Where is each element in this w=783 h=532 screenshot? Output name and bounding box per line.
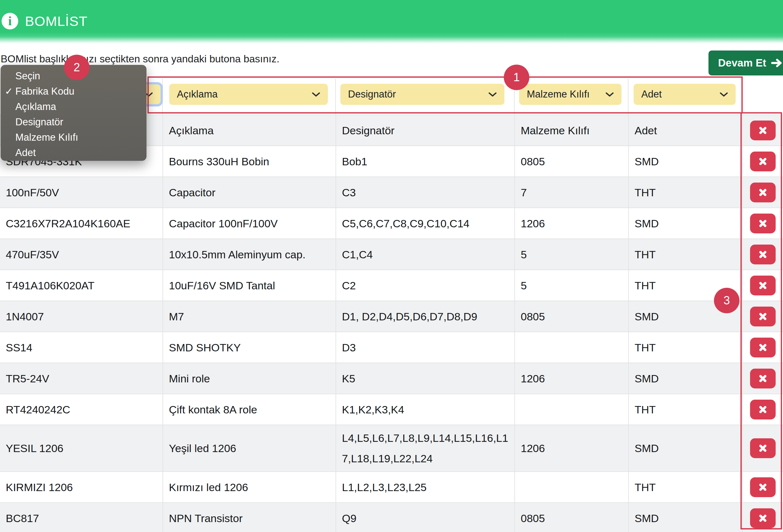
cell-description: SMD SHOTKY (162, 332, 336, 363)
cell-package: 0805 (514, 503, 628, 532)
delete-row-button[interactable] (750, 438, 776, 458)
annotation-badge-2: 2 (64, 55, 90, 80)
cell-factory-code: RT4240242C (0, 394, 162, 425)
instruction-text: BOMlist başlıklarınızı seçtikten sonra y… (1, 53, 280, 65)
x-icon (757, 156, 769, 167)
delete-row-button[interactable] (750, 152, 776, 171)
table-row: BC817 NPN Transistor Q9 0805 SMD (0, 503, 783, 532)
x-icon (757, 443, 769, 453)
delete-row-button[interactable] (750, 400, 776, 420)
delete-row-button[interactable] (750, 307, 776, 326)
header-delete-cell (742, 115, 783, 145)
chevron-down-icon (312, 92, 320, 97)
delete-row-button[interactable] (750, 121, 776, 140)
cell-package: 1206 (514, 425, 628, 471)
continue-button-label: Devam Et (718, 57, 766, 69)
cell-delete (742, 146, 783, 176)
x-icon (757, 513, 769, 523)
filter-column-divider (335, 79, 336, 114)
cell-delete (742, 208, 783, 238)
annotation-badge-1: 1 (504, 65, 529, 90)
column-select-package[interactable]: Malzeme Kılıfı (519, 84, 622, 105)
x-icon (757, 250, 769, 260)
cell-description: NPN Transistor (162, 503, 336, 532)
bom-table: Açıklama Designatör Malzeme Kılıfı Adet … (0, 114, 783, 532)
chevron-down-icon (605, 92, 614, 97)
app-header-bar (0, 0, 783, 43)
table-row: T491A106K020AT 10uF/16V SMD Tantal C2 5 … (0, 270, 783, 301)
x-icon (757, 219, 769, 229)
cell-delete (742, 503, 783, 532)
cell-delete (742, 332, 783, 363)
header-quantity: Adet (628, 115, 742, 145)
x-icon (757, 404, 769, 415)
cell-description: Çift kontak 8A role (162, 394, 336, 425)
dropdown-option-fabrika-kodu[interactable]: ✓ Fabrika Kodu (1, 84, 147, 99)
cell-factory-code: 1N4007 (0, 301, 162, 332)
delete-row-button[interactable] (750, 182, 776, 202)
cell-factory-code: BC817 (0, 503, 162, 532)
delete-row-button[interactable] (750, 275, 776, 295)
cell-factory-code: SS14 (0, 332, 162, 363)
table-row: 470uF/35V 10x10.5mm Aleminyum cap. C1,C4… (0, 239, 783, 270)
cell-delete (742, 270, 783, 301)
cell-designator: C2 (336, 270, 514, 301)
cell-description: Kırmızı led 1206 (162, 472, 336, 502)
column-select-description[interactable]: Açıklama (169, 84, 328, 105)
dropdown-option-aciklama[interactable]: ✓ Açıklama (1, 99, 147, 114)
dropdown-option-malzeme-kilifi[interactable]: ✓ Malzeme Kılıfı (1, 130, 147, 145)
table-row: 1N4007 M7 D1, D2,D4,D5,D6,D7,D8,D9 0805 … (0, 301, 783, 332)
delete-row-button[interactable] (750, 369, 776, 389)
continue-button[interactable]: Devam Et (709, 51, 783, 75)
table-row: YESIL 1206 Yeşil led 1206 L4,L5,L6,L7,L8… (0, 425, 783, 472)
cell-quantity: THT (628, 239, 742, 269)
cell-package: 5 (514, 270, 628, 301)
table-body: SDR7045-331K Bourns 330uH Bobin Bob1 080… (0, 146, 783, 532)
cell-package: 1206 (514, 208, 628, 238)
table-row: SS14 SMD SHOTKY D3 THT (0, 332, 783, 363)
cell-designator: L1,L2,L3,L23,L25 (336, 472, 514, 502)
cell-description: 10x10.5mm Aleminyum cap. (162, 239, 336, 269)
x-icon (757, 280, 769, 291)
cell-package: 1206 (514, 363, 628, 394)
table-row: C3216X7R2A104K160AE Capacitor 100nF/100V… (0, 208, 783, 239)
cell-delete (742, 425, 783, 471)
cell-quantity: SMD (628, 146, 742, 176)
column-select-designator[interactable]: Designatör (340, 84, 504, 105)
cell-designator: K5 (336, 363, 514, 394)
cell-description: Bourns 330uH Bobin (162, 146, 336, 176)
delete-row-button[interactable] (750, 477, 776, 497)
cell-quantity: SMD (628, 208, 742, 238)
cell-package: 7 (514, 177, 628, 207)
dropdown-option-designator[interactable]: ✓ Designatör (1, 114, 147, 130)
cell-factory-code: YESIL 1206 (0, 425, 162, 471)
cell-factory-code: KIRMIZI 1206 (0, 472, 162, 502)
delete-row-button[interactable] (750, 213, 776, 233)
column-select-quantity[interactable]: Adet (634, 84, 735, 105)
cell-designator: K1,K2,K3,K4 (336, 394, 514, 425)
table-row: RT4240242C Çift kontak 8A role K1,K2,K3,… (0, 394, 783, 425)
filter-column-divider (742, 79, 742, 114)
delete-row-button[interactable] (750, 244, 776, 264)
bomlist-page: i BOMLİST BOMlist başlıklarınızı seçtikt… (0, 0, 783, 532)
dropdown-option-adet[interactable]: ✓ Adet (1, 145, 147, 161)
cell-designator: Bob1 (336, 146, 514, 176)
delete-row-button[interactable] (750, 338, 776, 358)
x-icon (757, 342, 769, 353)
cell-designator: D1, D2,D4,D5,D6,D7,D8,D9 (336, 301, 514, 332)
cell-designator: C5,C6,C7,C8,C9,C10,C14 (336, 208, 514, 238)
cell-package: 5 (514, 239, 628, 269)
cell-description: Capacitor (162, 177, 336, 207)
header-package: Malzeme Kılıfı (514, 115, 628, 145)
cell-package (514, 472, 628, 502)
header-designator: Designatör (336, 115, 514, 145)
filter-column-divider (162, 79, 163, 114)
info-circle-icon: i (2, 13, 18, 29)
cell-quantity: SMD (628, 503, 742, 532)
delete-row-button[interactable] (750, 508, 776, 528)
chevron-down-icon (489, 92, 497, 97)
cell-delete (742, 394, 783, 425)
cell-factory-code: C3216X7R2A104K160AE (0, 208, 162, 238)
cell-description: Yeşil led 1206 (162, 425, 336, 471)
chevron-down-icon (720, 92, 728, 97)
